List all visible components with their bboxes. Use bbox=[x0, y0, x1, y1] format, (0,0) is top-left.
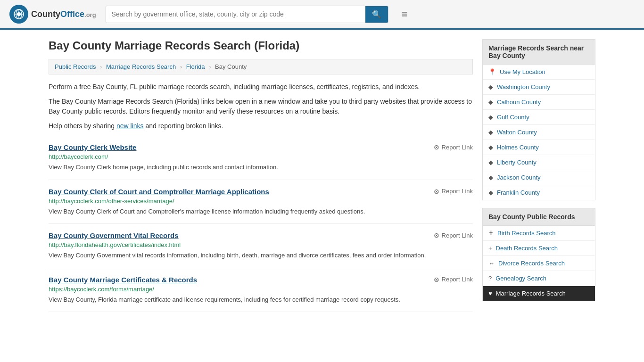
nearby-item-link[interactable]: Walton County bbox=[497, 129, 537, 136]
breadcrumb-sep-1: › bbox=[100, 63, 102, 70]
nearby-item-link[interactable]: Franklin County bbox=[497, 189, 540, 196]
public-records-link[interactable]: Birth Records Search bbox=[497, 230, 556, 237]
nearby-item-icon: ◆ bbox=[488, 83, 493, 90]
sidebar-nearby-item[interactable]: ◆ Jackson County bbox=[483, 170, 595, 185]
nearby-item-link[interactable]: Calhoun County bbox=[497, 99, 541, 106]
public-records-icon: ↔ bbox=[488, 260, 495, 267]
nearby-item-icon: ◆ bbox=[488, 114, 493, 121]
nearby-item-icon: 📍 bbox=[488, 68, 496, 75]
record-header: Bay County Clerk of Court and Comptrolle… bbox=[49, 188, 473, 196]
sidebar-nearby-item[interactable]: ◆ Holmes County bbox=[483, 140, 595, 155]
record-item: Bay County Clerk of Court and Comptrolle… bbox=[49, 180, 473, 224]
record-url[interactable]: http://baycoclerk.com/other-services/mar… bbox=[49, 197, 473, 205]
breadcrumb-sep-3: › bbox=[209, 63, 211, 70]
public-records-icon: + bbox=[488, 245, 492, 252]
public-records-icon: ✝ bbox=[488, 230, 494, 237]
site-logo[interactable]: CountyOffice.org bbox=[9, 5, 96, 24]
sidebar-nearby-item[interactable]: ◆ Gulf County bbox=[483, 110, 595, 125]
nearby-item-link[interactable]: Jackson County bbox=[497, 174, 541, 181]
intro-3-post: and reporting broken links. bbox=[144, 122, 223, 130]
public-records-icon: ♥ bbox=[488, 290, 492, 297]
record-link[interactable]: Bay County Government Vital Records bbox=[49, 231, 179, 239]
sidebar-nearby-item[interactable]: ◆ Liberty County bbox=[483, 155, 595, 170]
public-records-link[interactable]: Marriage Records Search bbox=[496, 290, 566, 297]
record-title: Bay County Marriage Certificates & Recor… bbox=[49, 276, 197, 284]
record-desc: View Bay County Clerk home page, includi… bbox=[49, 163, 473, 172]
public-records-icon: ? bbox=[488, 275, 492, 282]
report-label: Report Link bbox=[442, 232, 473, 239]
sidebar-nearby-item[interactable]: ◆ Calhoun County bbox=[483, 95, 595, 110]
sidebar-nearby-item[interactable]: ◆ Walton County bbox=[483, 125, 595, 140]
breadcrumb-bay-county: Bay County bbox=[215, 63, 247, 70]
main-container: Bay County Marriage Records Search (Flor… bbox=[39, 30, 605, 321]
sidebar-public-records-item[interactable]: ✝ Birth Records Search bbox=[483, 226, 595, 241]
sidebar-public-records-item[interactable]: + Death Records Search bbox=[483, 241, 595, 256]
record-link[interactable]: Bay County Clerk Website bbox=[49, 143, 136, 151]
logo-text: CountyOffice.org bbox=[31, 9, 96, 19]
nearby-item-icon: ◆ bbox=[488, 174, 493, 181]
record-desc: View Bay County, Florida marriage certif… bbox=[49, 295, 473, 304]
nearby-list: 📍 Use My Location ◆ Washington County ◆ … bbox=[482, 64, 595, 200]
public-records-section: Bay County Public Records ✝ Birth Record… bbox=[482, 208, 595, 301]
report-label: Report Link bbox=[442, 144, 473, 151]
menu-button[interactable]: ≡ bbox=[398, 6, 412, 22]
record-item: Bay County Marriage Certificates & Recor… bbox=[49, 268, 473, 313]
new-links-link[interactable]: new links bbox=[116, 122, 144, 130]
report-link[interactable]: ⊗ Report Link bbox=[434, 188, 473, 195]
record-title: Bay County Clerk Website bbox=[49, 143, 136, 151]
nearby-item-link[interactable]: Use My Location bbox=[500, 68, 545, 75]
breadcrumb-sep-2: › bbox=[180, 63, 182, 70]
nearby-item-link[interactable]: Liberty County bbox=[497, 159, 537, 166]
intro-3-pre: Help others by sharing bbox=[49, 122, 116, 130]
record-item: Bay County Government Vital Records ⊗ Re… bbox=[49, 224, 473, 268]
public-records-link[interactable]: Genealogy Search bbox=[495, 275, 546, 282]
sidebar-public-records-item[interactable]: ? Genealogy Search bbox=[483, 271, 595, 286]
public-records-link[interactable]: Divorce Records Search bbox=[498, 260, 565, 267]
search-bar: 🔍 bbox=[106, 6, 388, 23]
breadcrumb-public-records[interactable]: Public Records bbox=[55, 63, 96, 70]
sidebar-nearby-item[interactable]: ◆ Franklin County bbox=[483, 185, 595, 200]
record-desc: View Bay County Clerk of Court and Compt… bbox=[49, 207, 473, 216]
record-link[interactable]: Bay County Clerk of Court and Comptrolle… bbox=[49, 188, 269, 196]
sidebar: Marriage Records Search near Bay County … bbox=[482, 39, 595, 312]
record-url[interactable]: http://baycoclerk.com/ bbox=[49, 153, 473, 160]
record-url[interactable]: http://bay.floridahealth.gov/certificate… bbox=[49, 241, 473, 248]
sidebar-public-records-item[interactable]: ♥ Marriage Records Search bbox=[483, 286, 595, 301]
record-header: Bay County Clerk Website ⊗ Report Link bbox=[49, 143, 473, 151]
breadcrumb: Public Records › Marriage Records Search… bbox=[49, 59, 473, 74]
record-item: Bay County Clerk Website ⊗ Report Link h… bbox=[49, 136, 473, 180]
intro-paragraph-3: Help others by sharing new links and rep… bbox=[49, 121, 473, 131]
public-records-heading: Bay County Public Records bbox=[482, 208, 595, 225]
report-link[interactable]: ⊗ Report Link bbox=[434, 231, 473, 239]
report-link[interactable]: ⊗ Report Link bbox=[434, 276, 473, 283]
nearby-item-link[interactable]: Washington County bbox=[497, 83, 550, 90]
search-input[interactable] bbox=[106, 6, 365, 23]
page-title: Bay County Marriage Records Search (Flor… bbox=[49, 39, 473, 52]
nearby-section: Marriage Records Search near Bay County … bbox=[482, 39, 595, 200]
record-title: Bay County Government Vital Records bbox=[49, 231, 179, 239]
sidebar-public-records-item[interactable]: ↔ Divorce Records Search bbox=[483, 256, 595, 271]
breadcrumb-marriage-records[interactable]: Marriage Records Search bbox=[106, 63, 176, 70]
public-records-link[interactable]: Death Records Search bbox=[496, 245, 558, 252]
site-header: CountyOffice.org 🔍 ≡ bbox=[0, 0, 644, 30]
record-header: Bay County Government Vital Records ⊗ Re… bbox=[49, 231, 473, 239]
nearby-item-icon: ◆ bbox=[488, 189, 493, 196]
nearby-item-icon: ◆ bbox=[488, 99, 493, 106]
nearby-item-link[interactable]: Gulf County bbox=[497, 114, 529, 121]
record-desc: View Bay County Government vital records… bbox=[49, 251, 473, 260]
search-button[interactable]: 🔍 bbox=[365, 6, 388, 23]
breadcrumb-florida[interactable]: Florida bbox=[186, 63, 205, 70]
report-link[interactable]: ⊗ Report Link bbox=[434, 143, 473, 151]
record-title: Bay County Clerk of Court and Comptrolle… bbox=[49, 188, 269, 196]
sidebar-nearby-item[interactable]: ◆ Washington County bbox=[483, 80, 595, 95]
report-icon: ⊗ bbox=[434, 143, 439, 151]
record-url[interactable]: https://baycoclerk.com/forms/marriage/ bbox=[49, 286, 473, 293]
nearby-item-link[interactable]: Holmes County bbox=[497, 144, 539, 151]
report-label: Report Link bbox=[442, 188, 473, 195]
record-link[interactable]: Bay County Marriage Certificates & Recor… bbox=[49, 276, 197, 284]
main-content: Bay County Marriage Records Search (Flor… bbox=[49, 39, 473, 312]
report-icon: ⊗ bbox=[434, 231, 439, 239]
nearby-item-icon: ◆ bbox=[488, 144, 493, 151]
nearby-heading: Marriage Records Search near Bay County bbox=[482, 39, 595, 64]
sidebar-nearby-item[interactable]: 📍 Use My Location bbox=[483, 65, 595, 80]
